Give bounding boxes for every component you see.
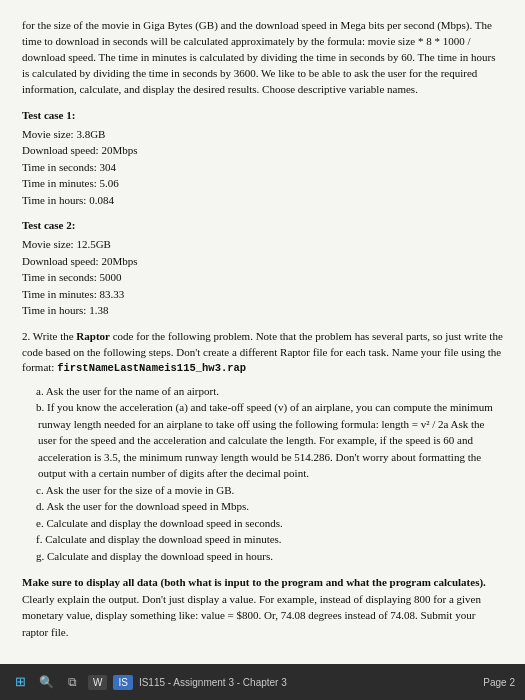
search-icon[interactable]: 🔍: [36, 672, 56, 692]
sub-item-f: f. Calculate and display the download sp…: [22, 531, 503, 548]
test-case-2-title: Test case 2:: [22, 218, 503, 234]
make-sure-body: Clearly explain the output. Don't just d…: [22, 593, 481, 638]
taskbar-app-2[interactable]: IS: [113, 675, 132, 690]
test-case-2-line-2: Download speed: 20Mbps: [22, 253, 503, 270]
test-case-1-line-5: Time in hours: 0.084: [22, 192, 503, 209]
raptor-bold: Raptor: [76, 330, 110, 342]
test-case-1-line-1: Movie size: 3.8GB: [22, 126, 503, 143]
sub-item-a: a. Ask the user for the name of an airpo…: [22, 383, 503, 400]
problem-2-intro: 2. Write the: [22, 330, 74, 342]
sub-items-list: a. Ask the user for the name of an airpo…: [22, 383, 503, 565]
test-case-1-line-4: Time in minutes: 5.06: [22, 175, 503, 192]
test-case-1-line-3: Time in seconds: 304: [22, 159, 503, 176]
file-format: firstNameLastNameis115_hw3.rap: [57, 362, 246, 374]
sub-item-e: e. Calculate and display the download sp…: [22, 515, 503, 532]
test-case-1-title: Test case 1:: [22, 108, 503, 124]
sub-item-d: d. Ask the user for the download speed i…: [22, 498, 503, 515]
test-case-1-line-2: Download speed: 20Mbps: [22, 142, 503, 159]
footer-right: Page 2: [483, 677, 515, 688]
sub-item-c: c. Ask the user for the size of a movie …: [22, 482, 503, 499]
document-area: for the size of the movie in Giga Bytes …: [0, 0, 525, 664]
test-case-2-line-1: Movie size: 12.5GB: [22, 236, 503, 253]
test-case-2-line-5: Time in hours: 1.38: [22, 302, 503, 319]
taskbar-app-1[interactable]: W: [88, 675, 107, 690]
taskview-icon[interactable]: ⧉: [62, 672, 82, 692]
windows-icon[interactable]: ⊞: [10, 672, 30, 692]
test-case-2: Test case 2: Movie size: 12.5GB Download…: [22, 218, 503, 318]
test-case-1: Test case 1: Movie size: 3.8GB Download …: [22, 108, 503, 208]
footer-center-text: IS115 - Assignment 3 - Chapter 3: [139, 677, 287, 688]
sub-item-g: g. Calculate and display the download sp…: [22, 548, 503, 565]
test-case-2-line-4: Time in minutes: 83.33: [22, 286, 503, 303]
make-sure-block: Make sure to display all data (both what…: [22, 574, 503, 640]
intro-paragraph: for the size of the movie in Giga Bytes …: [22, 18, 503, 98]
problem-2: 2. Write the Raptor code for the followi…: [22, 329, 503, 377]
page-container: for the size of the movie in Giga Bytes …: [0, 0, 525, 700]
sub-item-b: b. If you know the acceleration (a) and …: [22, 399, 503, 482]
document-text: for the size of the movie in Giga Bytes …: [22, 18, 503, 640]
footer-left: ⊞ 🔍 ⧉ W IS IS115 - Assignment 3 - Chapte…: [10, 672, 287, 692]
footer: ⊞ 🔍 ⧉ W IS IS115 - Assignment 3 - Chapte…: [0, 664, 525, 700]
test-case-2-line-3: Time in seconds: 5000: [22, 269, 503, 286]
make-sure-title: Make sure to display all data (both what…: [22, 576, 486, 588]
